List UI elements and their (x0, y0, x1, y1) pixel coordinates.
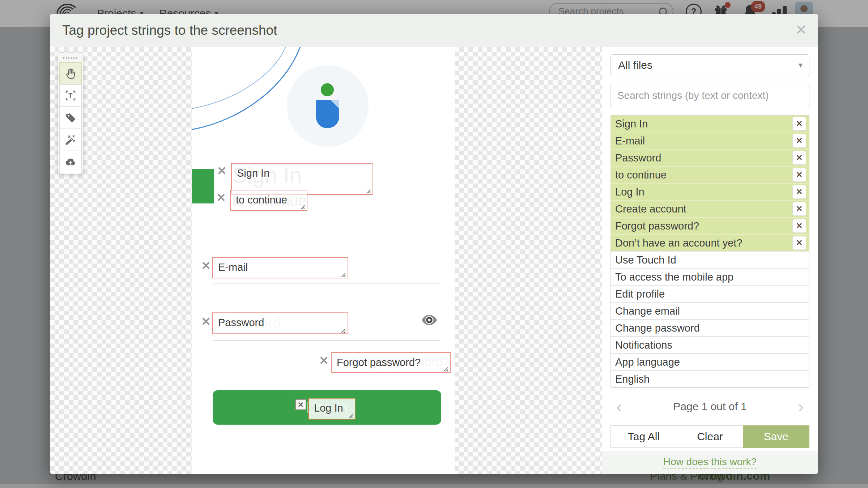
string-label: Edit profile (615, 288, 665, 300)
string-tag-password[interactable]: Password (212, 312, 348, 334)
cloud-upload-icon (64, 156, 77, 168)
tag-strings-modal: Tag project strings to the screenshot ✕ … (50, 14, 818, 474)
string-list-item[interactable]: Use Touch Id (611, 251, 809, 268)
string-label: Notifications (615, 339, 672, 351)
toolbar-drag-handle[interactable] (63, 57, 78, 59)
resize-handle-icon[interactable] (341, 328, 346, 333)
string-list-item[interactable]: Create account ✕ (611, 200, 809, 217)
app-logo (316, 100, 339, 128)
chevron-down-icon: ▾ (799, 60, 803, 70)
string-list-item[interactable]: Notifications (611, 336, 809, 353)
tag-label: E-mail (218, 261, 248, 273)
tag-label: Password (218, 317, 264, 328)
string-tag-log-in[interactable]: Log In (308, 398, 356, 420)
resize-handle-icon[interactable] (300, 205, 306, 210)
untag-string-button[interactable]: ✕ (792, 219, 806, 233)
text-select-icon (65, 90, 76, 101)
file-filter-select[interactable]: All files ▾ (610, 54, 809, 76)
panel-actions: Tag All Clear Save (610, 425, 809, 448)
tag-all-button[interactable]: Tag All (610, 425, 677, 448)
string-label: Create account (615, 203, 686, 215)
string-label: to continue (615, 169, 667, 181)
remove-tag-icon[interactable]: ✕ (217, 165, 227, 177)
hand-tool-button[interactable] (59, 62, 82, 85)
string-label: Don’t have an account yet? (615, 237, 742, 249)
how-does-this-work-link[interactable]: How does this work? (663, 456, 757, 469)
strings-list: Sign In ✕ E-mail ✕ Password ✕ to continu… (610, 115, 809, 388)
resize-handle-icon[interactable] (443, 367, 449, 372)
tag-tool-button[interactable] (59, 106, 82, 129)
untag-string-button[interactable]: ✕ (792, 185, 806, 199)
untag-string-button[interactable]: ✕ (792, 202, 806, 216)
page-indicator: Page 1 out of 1 (622, 400, 798, 413)
upload-tool-button[interactable] (59, 151, 82, 173)
hand-icon (65, 68, 76, 79)
save-button[interactable]: Save (743, 425, 809, 448)
screenshot-canvas[interactable]: Sign In to continue Password Forgot pass… (50, 47, 602, 474)
resize-handle-icon[interactable] (366, 189, 371, 194)
modal-title: Tag project strings to the screenshot (50, 23, 277, 38)
close-icon: ✕ (796, 239, 803, 247)
string-list-item[interactable]: Don’t have an account yet? ✕ (611, 234, 809, 251)
prev-page-button[interactable]: ‹ (616, 398, 622, 415)
tag-label: Log In (314, 402, 343, 414)
string-list-item[interactable]: English (611, 370, 809, 387)
remove-tag-button[interactable]: ✕ (295, 399, 306, 410)
app-logo-dot (321, 83, 334, 96)
string-list-item[interactable]: Log In ✕ (611, 183, 809, 200)
green-block (192, 169, 214, 203)
untag-string-button[interactable]: ✕ (792, 117, 806, 131)
eye-icon (421, 314, 438, 326)
canvas-toolbar[interactable] (58, 53, 83, 174)
close-icon: ✕ (796, 171, 803, 179)
remove-tag-icon[interactable]: ✕ (201, 260, 211, 272)
string-list-item[interactable]: App language (611, 353, 809, 370)
screenshot-image: Sign In to continue Password Forgot pass… (192, 47, 455, 474)
string-list-item[interactable]: Change email (611, 302, 809, 319)
string-label: Use Touch Id (615, 254, 676, 266)
untag-string-button[interactable]: ✕ (792, 168, 806, 182)
string-label: Change password (615, 322, 700, 334)
remove-tag-icon[interactable]: ✕ (201, 316, 211, 327)
string-label: To access the mobile app (615, 271, 733, 283)
remove-tag-icon[interactable]: ✕ (216, 192, 226, 203)
string-label: Log In (615, 186, 644, 198)
auto-tag-tool-button[interactable] (59, 129, 82, 151)
close-icon: ✕ (796, 205, 803, 213)
string-list-item[interactable]: E-mail ✕ (611, 132, 809, 149)
magic-wand-icon (65, 134, 76, 146)
password-field-line (213, 340, 440, 341)
string-list-item[interactable]: to continue ✕ (611, 166, 809, 183)
text-select-tool-button[interactable] (59, 84, 82, 107)
close-icon[interactable]: ✕ (795, 22, 807, 37)
untag-string-button[interactable]: ✕ (792, 151, 806, 165)
string-tag-forgot-password[interactable]: Forgot password? (331, 352, 451, 373)
tag-icon (65, 112, 76, 123)
string-tag-to-continue[interactable]: to continue (230, 190, 307, 211)
string-list-item[interactable]: Change password (611, 319, 809, 336)
next-page-button[interactable]: › (798, 398, 804, 415)
untag-string-button[interactable]: ✕ (792, 134, 806, 148)
strings-search-input[interactable] (610, 84, 809, 107)
string-list-item[interactable]: Edit profile (611, 285, 809, 302)
string-list-item[interactable]: Password ✕ (611, 149, 809, 166)
string-label: Change email (615, 305, 680, 317)
email-field-line (213, 283, 440, 284)
close-icon: ✕ (298, 400, 304, 409)
string-label: Forgot password? (615, 220, 699, 232)
close-icon: ✕ (796, 137, 803, 145)
untag-string-button[interactable]: ✕ (792, 236, 806, 250)
resize-handle-icon[interactable] (341, 272, 346, 277)
string-list-item[interactable]: To access the mobile app (611, 268, 809, 285)
string-list-item[interactable]: Sign In ✕ (611, 115, 809, 132)
remove-tag-icon[interactable]: ✕ (319, 355, 329, 366)
close-icon: ✕ (796, 222, 803, 230)
string-list-item[interactable]: Forgot password? ✕ (611, 217, 809, 234)
clear-button[interactable]: Clear (677, 425, 743, 448)
modal-header: Tag project strings to the screenshot ✕ (50, 14, 818, 47)
string-label: Password (615, 152, 661, 164)
panel-footer: How does this work? (602, 451, 818, 474)
resize-handle-icon[interactable] (348, 413, 354, 418)
string-tag-email[interactable]: E-mail (212, 257, 348, 278)
pagination: ‹ Page 1 out of 1 › (610, 398, 809, 415)
